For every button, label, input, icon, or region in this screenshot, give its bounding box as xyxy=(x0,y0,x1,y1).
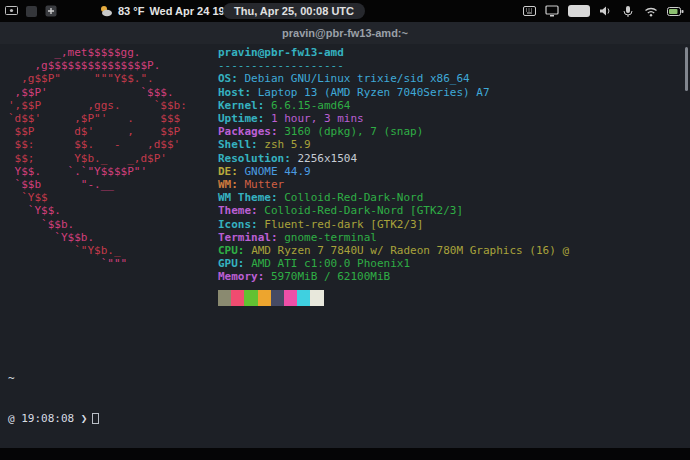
ascii-art-line: `Y$$. xyxy=(8,204,187,217)
fetch-value: 5970MiB / 62100MiB xyxy=(271,270,390,283)
fetch-value: AMD Ryzen 7 7840U w/ Radeon 780M Graphic… xyxy=(251,244,569,257)
fetch-label: Packages: xyxy=(218,125,284,138)
palette-swatch xyxy=(218,290,231,306)
weather-clock[interactable]: 83 °F Wed Apr 24 19:08 xyxy=(99,0,241,22)
prompt-input-line: @ 19:08:08 ❯ xyxy=(8,412,99,425)
fetch-value: ------------------- xyxy=(218,59,344,72)
fetch-line: Terminal: gnome-terminal xyxy=(218,231,569,244)
weather-icon xyxy=(99,5,113,17)
fetch-info: pravin@pbr-fw13-amd-------------------OS… xyxy=(218,46,569,284)
fetch-value: gnome-terminal xyxy=(284,231,377,244)
fetch-label: pravin@pbr-fw13-amd xyxy=(218,46,344,59)
fetch-line: DE: GNOME 44.9 xyxy=(218,165,569,178)
palette-swatch xyxy=(244,290,257,306)
ascii-art-line: `d$$' ,$P"' . $$$ xyxy=(8,112,187,125)
screencast-icon[interactable] xyxy=(5,6,18,17)
fetch-value: GNOME 44.9 xyxy=(245,165,311,178)
ascii-art-line: `"Y$b._ xyxy=(8,244,187,257)
fetch-value: Laptop 13 (AMD Ryzen 7040Series) A7 xyxy=(258,86,490,99)
ascii-art-line: $$; Y$b._ _,d$P' xyxy=(8,152,187,165)
fetch-line: pravin@pbr-fw13-amd xyxy=(218,46,569,59)
color-palette xyxy=(218,290,324,306)
ascii-art-line: Y$$. `.`"Y$$$$P"' xyxy=(8,165,187,178)
ascii-art-line: `""" xyxy=(8,257,187,270)
fetch-line: Uptime: 1 hour, 3 mins xyxy=(218,112,569,125)
ascii-art-line: $$P d$' , $$P xyxy=(8,125,187,138)
fetch-label: DE: xyxy=(218,165,245,178)
ascii-art-line: ,$$P' `$$$. xyxy=(8,86,187,99)
palette-swatch xyxy=(258,290,271,306)
ascii-art-logo: _,met$$$$$gg. ,g$$$$$$$$$$$$$$$P. ,g$$P"… xyxy=(8,46,187,270)
keyboard-icon[interactable] xyxy=(523,6,536,16)
fetch-label: WM: xyxy=(218,178,245,191)
fetch-line: GPU: AMD ATI c1:00.0 Phoenix1 xyxy=(218,257,569,270)
display-icon[interactable] xyxy=(545,5,559,17)
temperature-label: 83 °F xyxy=(118,5,144,17)
ascii-art-line: `Y$$ xyxy=(8,191,187,204)
ascii-art-line: $$: $$. - ,d$$' xyxy=(8,138,187,151)
new-window-icon[interactable] xyxy=(45,5,57,17)
recording-indicator[interactable] xyxy=(568,5,590,17)
fetch-line: Resolution: 2256x1504 xyxy=(218,152,569,165)
fetch-line: WM: Mutter xyxy=(218,178,569,191)
desktop: 83 °F Wed Apr 24 19:08 Thu, Apr 25, 00:0… xyxy=(0,0,690,460)
topbar-right-icons xyxy=(523,0,684,22)
fetch-line: ------------------- xyxy=(218,59,569,72)
fetch-line: Packages: 3160 (dpkg), 7 (snap) xyxy=(218,125,569,138)
terminal-headerbar[interactable]: pravin@pbr-fw13-amd:~ xyxy=(0,22,690,44)
palette-swatch xyxy=(297,290,310,306)
fetch-line: OS: Debian GNU/Linux trixie/sid x86_64 xyxy=(218,72,569,85)
fetch-label: Kernel: xyxy=(218,99,271,112)
bottom-strip xyxy=(0,448,690,460)
ascii-art-line: `$$b "-.__ xyxy=(8,178,187,191)
fetch-label: WM Theme: xyxy=(218,191,284,204)
fetch-value: Fluent-red-dark [GTK2/3] xyxy=(264,218,423,231)
fetch-line: Icons: Fluent-red-dark [GTK2/3] xyxy=(218,218,569,231)
fetch-label: Shell: xyxy=(218,138,264,151)
fetch-label: Icons: xyxy=(218,218,264,231)
shell-prompt: ~ @ 19:08:08 ❯ xyxy=(8,346,99,452)
ascii-art-line: ,g$$$$$$$$$$$$$$$P. xyxy=(8,59,187,72)
fetch-label: Theme: xyxy=(218,204,264,217)
fetch-label: Uptime: xyxy=(218,112,271,125)
utc-clock-pill[interactable]: Thu, Apr 25, 00:08 UTC xyxy=(223,3,365,19)
prompt-arrow: ❯ xyxy=(81,412,88,425)
fetch-line: WM Theme: Colloid-Red-Dark-Nord xyxy=(218,191,569,204)
ascii-art-line: ,g$$P" """Y$$.". xyxy=(8,72,187,85)
fetch-label: CPU: xyxy=(218,244,251,257)
prompt-cwd: ~ xyxy=(8,372,15,385)
app-indicator-icon[interactable] xyxy=(26,6,37,17)
fetch-value: Debian GNU/Linux trixie/sid x86_64 xyxy=(245,72,470,85)
prompt-cwd-line: ~ xyxy=(8,372,99,385)
fetch-line: Host: Laptop 13 (AMD Ryzen 7040Series) A… xyxy=(218,86,569,99)
fetch-line: Kernel: 6.6.15-amd64 xyxy=(218,99,569,112)
fetch-value: zsh 5.9 xyxy=(264,138,310,151)
palette-swatch xyxy=(284,290,297,306)
fetch-value: 1 hour, 3 mins xyxy=(271,112,364,125)
ascii-art-line: `Y$$b. xyxy=(8,231,187,244)
fetch-value: 3160 (dpkg), 7 (snap) xyxy=(284,125,423,138)
terminal-body[interactable]: _,met$$$$$gg. ,g$$$$$$$$$$$$$$$P. ,g$$P"… xyxy=(0,44,690,448)
fetch-label: OS: xyxy=(218,72,245,85)
scrollbar[interactable] xyxy=(685,47,688,91)
fetch-value: 6.6.15-amd64 xyxy=(271,99,350,112)
ascii-art-line: ',$$P ,ggs. `$$b: xyxy=(8,99,187,112)
palette-swatch xyxy=(310,290,323,306)
fetch-value: Mutter xyxy=(245,178,285,191)
microphone-icon[interactable] xyxy=(621,5,635,18)
fetch-label: Terminal: xyxy=(218,231,284,244)
prompt-time: @ 19:08:08 xyxy=(8,412,74,425)
palette-swatch xyxy=(231,290,244,306)
wifi-icon[interactable] xyxy=(644,6,658,17)
fetch-line: CPU: AMD Ryzen 7 7840U w/ Radeon 780M Gr… xyxy=(218,244,569,257)
speaker-icon[interactable] xyxy=(599,5,612,17)
battery-icon[interactable] xyxy=(667,6,684,17)
ascii-art-line: `$$b. xyxy=(8,218,187,231)
window-title: pravin@pbr-fw13-amd:~ xyxy=(282,27,408,39)
fetch-value: Colloid-Red-Dark-Nord [GTK2/3] xyxy=(264,204,463,217)
fetch-value: 2256x1504 xyxy=(297,152,357,165)
top-bar: 83 °F Wed Apr 24 19:08 Thu, Apr 25, 00:0… xyxy=(0,0,690,22)
topbar-left-icons xyxy=(5,0,57,22)
fetch-label: Resolution: xyxy=(218,152,297,165)
fetch-label: Memory: xyxy=(218,270,271,283)
